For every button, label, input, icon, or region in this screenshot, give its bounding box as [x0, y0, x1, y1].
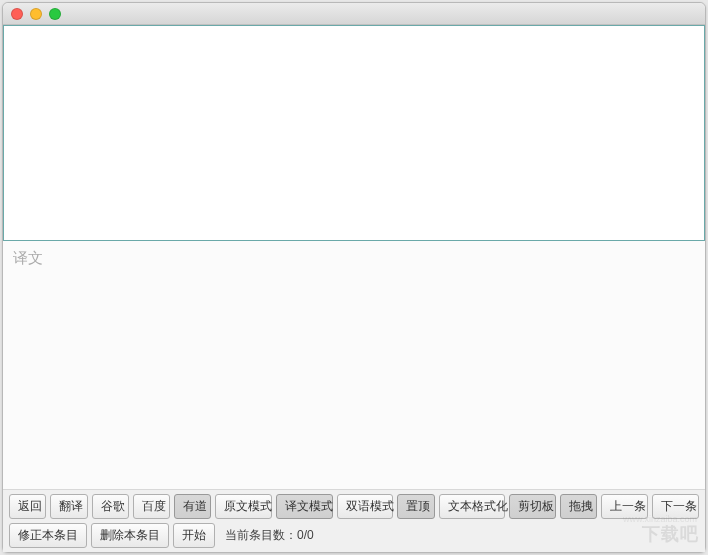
app-window: 译文 返回 翻译 谷歌 百度 有道 原文模式 译文模式 双语模式 置顶 文本格式… — [2, 2, 706, 553]
content-area: 译文 — [3, 25, 705, 489]
youdao-button[interactable]: 有道 — [174, 494, 211, 519]
prev-button[interactable]: 上一条 — [601, 494, 648, 519]
source-mode-button[interactable]: 原文模式 — [215, 494, 272, 519]
pin-top-button[interactable]: 置顶 — [397, 494, 434, 519]
baidu-button[interactable]: 百度 — [133, 494, 170, 519]
titlebar[interactable] — [3, 3, 705, 25]
maximize-icon[interactable] — [49, 8, 61, 20]
status-count: 当前条目数：0/0 — [219, 524, 320, 547]
google-button[interactable]: 谷歌 — [92, 494, 129, 519]
source-input[interactable] — [3, 25, 705, 241]
next-button[interactable]: 下一条 — [652, 494, 699, 519]
delete-entry-button[interactable]: 删除本条目 — [91, 523, 169, 548]
toolbar-row-1: 返回 翻译 谷歌 百度 有道 原文模式 译文模式 双语模式 置顶 文本格式化 剪… — [9, 494, 699, 519]
start-button[interactable]: 开始 — [173, 523, 215, 548]
minimize-icon[interactable] — [30, 8, 42, 20]
back-button[interactable]: 返回 — [9, 494, 46, 519]
toolbar-row-2: 修正本条目 删除本条目 开始 当前条目数：0/0 — [9, 523, 699, 548]
translation-output: 译文 — [3, 241, 705, 489]
toolbar: 返回 翻译 谷歌 百度 有道 原文模式 译文模式 双语模式 置顶 文本格式化 剪… — [3, 489, 705, 552]
bilingual-mode-button[interactable]: 双语模式 — [337, 494, 394, 519]
text-format-button[interactable]: 文本格式化 — [439, 494, 505, 519]
translate-button[interactable]: 翻译 — [50, 494, 87, 519]
clipboard-button[interactable]: 剪切板 — [509, 494, 556, 519]
close-icon[interactable] — [11, 8, 23, 20]
status-count-label: 当前条目数： — [225, 528, 297, 542]
fix-entry-button[interactable]: 修正本条目 — [9, 523, 87, 548]
drag-button[interactable]: 拖拽 — [560, 494, 597, 519]
status-count-value: 0/0 — [297, 528, 314, 542]
translation-mode-button[interactable]: 译文模式 — [276, 494, 333, 519]
